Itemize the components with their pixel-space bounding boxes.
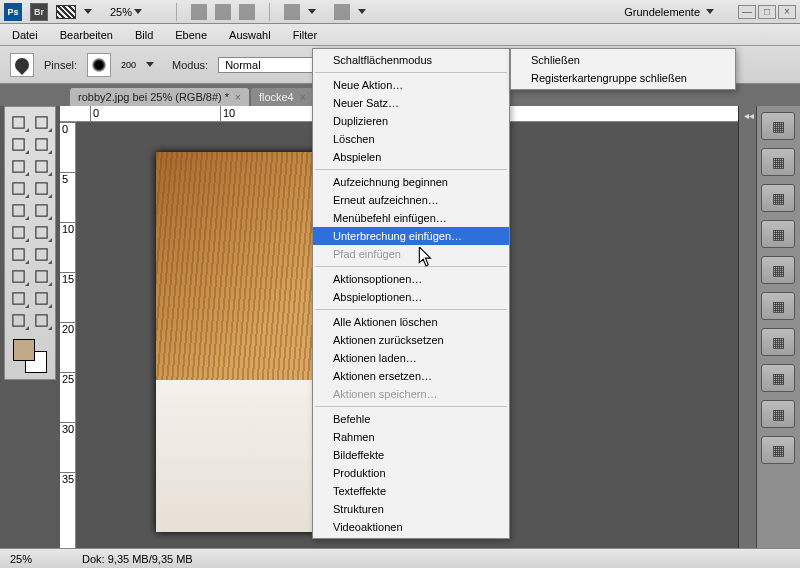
menu-item[interactable]: Videoaktionen <box>313 518 509 536</box>
color-swatches[interactable] <box>7 337 53 375</box>
menu-item[interactable]: Löschen <box>313 130 509 148</box>
brush-preview[interactable] <box>87 53 111 77</box>
screen-mode-icon[interactable] <box>334 4 350 20</box>
maximize-button[interactable]: □ <box>758 5 776 19</box>
blur-tool[interactable] <box>7 243 30 265</box>
hand-tool-icon[interactable] <box>191 4 207 20</box>
eyedropper-tool[interactable] <box>30 155 53 177</box>
magic-wand-tool[interactable] <box>30 133 53 155</box>
zoom-dropdown[interactable]: 25% <box>110 6 142 18</box>
menu-item[interactable]: Aktionen ersetzen… <box>313 367 509 385</box>
layers-panel-icon[interactable]: ▦ <box>761 328 795 356</box>
svg-rect-4 <box>13 160 24 171</box>
photoshop-icon[interactable]: Ps <box>4 3 22 21</box>
chevron-down-icon[interactable] <box>146 62 154 67</box>
fx-panel-icon[interactable]: ▦ <box>761 184 795 212</box>
crop-tool[interactable] <box>7 155 30 177</box>
ruler-vertical: 05101520253035 <box>60 122 76 548</box>
marquee-tool[interactable] <box>30 111 53 133</box>
svg-rect-19 <box>36 314 47 325</box>
menu-item[interactable]: Menübefehl einfügen… <box>313 209 509 227</box>
document-tab[interactable]: robby2.jpg bei 25% (RGB/8#) *× <box>70 88 249 106</box>
menu-item[interactable]: Neue Aktion… <box>313 76 509 94</box>
rotate-view-icon[interactable] <box>239 4 255 20</box>
svg-rect-1 <box>36 116 47 127</box>
svg-rect-13 <box>36 248 47 259</box>
eraser-tool[interactable] <box>7 221 30 243</box>
paths-panel-icon[interactable]: ▦ <box>761 400 795 428</box>
menu-bearbeiten[interactable]: Bearbeiten <box>56 27 117 43</box>
menu-filter[interactable]: Filter <box>289 27 321 43</box>
pen-tool[interactable] <box>7 265 30 287</box>
menu-item[interactable]: Strukturen <box>313 500 509 518</box>
menu-item[interactable]: Duplizieren <box>313 112 509 130</box>
menu-item[interactable]: Rahmen <box>313 428 509 446</box>
bridge-icon[interactable]: Br <box>30 3 48 21</box>
lasso-tool[interactable] <box>7 133 30 155</box>
status-zoom[interactable]: 25% <box>10 553 32 565</box>
brushes-panel-icon[interactable]: ▦ <box>761 220 795 248</box>
menu-item[interactable]: Alle Aktionen löschen <box>313 313 509 331</box>
menu-item[interactable]: Befehle <box>313 410 509 428</box>
chevron-down-icon[interactable] <box>358 9 366 14</box>
status-bar: 25% Dok: 9,35 MB/9,35 MB <box>0 548 800 568</box>
brush-label: Pinsel: <box>44 59 77 71</box>
clapper-icon[interactable] <box>56 5 76 19</box>
zoom-tool[interactable] <box>30 309 53 331</box>
menu-item[interactable]: Registerkartengruppe schließen <box>511 69 735 87</box>
path-sel-tool[interactable] <box>7 287 30 309</box>
navigator-panel-icon[interactable]: ▦ <box>761 256 795 284</box>
menu-item[interactable]: Neuer Satz… <box>313 94 509 112</box>
zoom-tool-icon[interactable] <box>215 4 231 20</box>
menu-item[interactable]: Texteffekte <box>313 482 509 500</box>
status-doc-size[interactable]: Dok: 9,35 MB/9,35 MB <box>82 553 193 565</box>
menu-item[interactable]: Unterbrechung einfügen… <box>313 227 509 245</box>
color-panel-icon[interactable]: ▦ <box>761 112 795 140</box>
dodge-tool[interactable] <box>30 243 53 265</box>
foreground-swatch[interactable] <box>13 339 35 361</box>
chevron-down-icon[interactable] <box>308 9 316 14</box>
history-brush-tool[interactable] <box>30 199 53 221</box>
rectangle-tool[interactable] <box>30 287 53 309</box>
workspace-dropdown[interactable]: Grundelemente <box>616 4 722 20</box>
mode-value: Normal <box>225 59 260 71</box>
menu-ebene[interactable]: Ebene <box>171 27 211 43</box>
svg-rect-0 <box>13 116 24 127</box>
gradient-tool[interactable] <box>30 221 53 243</box>
swatches-panel-icon[interactable]: ▦ <box>761 148 795 176</box>
menu-item[interactable]: Aktionsoptionen… <box>313 270 509 288</box>
menu-item: Aktionen speichern… <box>313 385 509 403</box>
tool-preset-icon[interactable] <box>10 53 34 77</box>
heal-tool[interactable] <box>7 177 30 199</box>
move-tool[interactable] <box>7 111 30 133</box>
close-button[interactable]: × <box>778 5 796 19</box>
menu-item[interactable]: Aufzeichnung beginnen <box>313 173 509 191</box>
menu-item[interactable]: Abspieloptionen… <box>313 288 509 306</box>
info-panel-icon[interactable]: ▦ <box>761 292 795 320</box>
history-panel-icon[interactable]: ▦ <box>761 436 795 464</box>
menu-bild[interactable]: Bild <box>131 27 157 43</box>
document-tab[interactable]: flocke4× <box>251 88 314 106</box>
chevron-down-icon[interactable] <box>84 9 92 14</box>
arrange-docs-icon[interactable] <box>284 4 300 20</box>
menu-item[interactable]: Abspielen <box>313 148 509 166</box>
menu-auswahl[interactable]: Auswahl <box>225 27 275 43</box>
chevron-down-icon <box>706 9 714 14</box>
brush-tool[interactable] <box>30 177 53 199</box>
menu-item[interactable]: Produktion <box>313 464 509 482</box>
type-tool[interactable] <box>30 265 53 287</box>
hand-tool[interactable] <box>7 309 30 331</box>
menu-item[interactable]: Bildeffekte <box>313 446 509 464</box>
channels-panel-icon[interactable]: ▦ <box>761 364 795 392</box>
collapsed-panel-strip[interactable]: ◂◂ <box>738 106 756 548</box>
close-icon[interactable]: × <box>300 92 306 103</box>
close-icon[interactable]: × <box>235 92 241 103</box>
menu-item[interactable]: Aktionen zurücksetzen <box>313 331 509 349</box>
menu-item[interactable]: Schaltflächenmodus <box>313 51 509 69</box>
menu-item[interactable]: Aktionen laden… <box>313 349 509 367</box>
minimize-button[interactable]: — <box>738 5 756 19</box>
menu-item[interactable]: Erneut aufzeichnen… <box>313 191 509 209</box>
menu-datei[interactable]: Datei <box>8 27 42 43</box>
menu-item[interactable]: Schließen <box>511 51 735 69</box>
stamp-tool[interactable] <box>7 199 30 221</box>
